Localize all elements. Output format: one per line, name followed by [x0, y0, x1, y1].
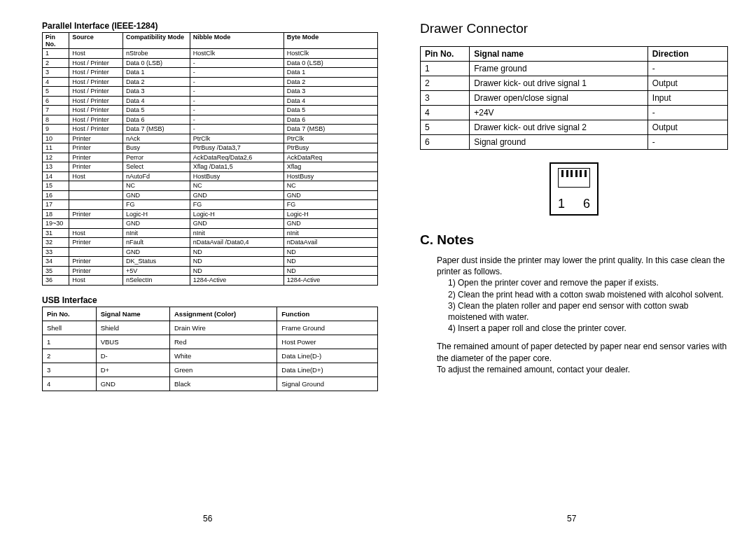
table-cell: nInit: [122, 228, 190, 238]
table-cell: Drawer kick- out drive signal 2: [470, 120, 648, 135]
table-cell: Printer: [69, 266, 123, 276]
table-cell: Signal ground: [470, 135, 648, 150]
column-header: Compatibility Mode: [122, 33, 190, 49]
table-row: 15NCNCNC: [43, 181, 378, 191]
table-row: 2Host / PrinterData 0 (LSB)-Data 0 (LSB): [43, 58, 378, 68]
table-cell: ND: [284, 266, 377, 276]
table-cell: Data 3: [284, 87, 377, 97]
table-cell: ND: [190, 247, 284, 257]
table-cell: GND: [122, 190, 190, 200]
table-cell: Data 6: [284, 115, 377, 125]
table-cell: 31: [43, 228, 69, 238]
drawer-connector-heading: Drawer Connector: [420, 21, 728, 36]
table-cell: Frame Ground: [277, 321, 378, 335]
table-cell: 18: [43, 209, 69, 219]
table-cell: Host: [69, 228, 123, 238]
notes-body: Paper dust inside the printer may lower …: [420, 255, 728, 375]
column-header: Pin No.: [43, 307, 97, 321]
table-row: 1HostnStrobeHostClkHostClk: [43, 49, 378, 59]
table-cell: Host / Printer: [69, 58, 123, 68]
table-cell: 3: [421, 91, 470, 106]
table-cell: Frame ground: [470, 62, 648, 76]
table-row: 10PrinternAckPtrClkPtrClk: [43, 134, 378, 143]
table-cell: ND: [190, 266, 284, 276]
table-cell: 9: [43, 125, 69, 134]
table-cell: Output: [648, 120, 727, 135]
table-cell: HostClk: [284, 49, 377, 59]
table-cell: HostBusy: [190, 171, 284, 181]
table-cell: -: [648, 62, 727, 76]
table-cell: 5: [421, 120, 470, 135]
table-cell: nFault: [122, 238, 190, 248]
notes-step: 1) Open the printer cover and remove the…: [448, 277, 728, 288]
table-cell: 34: [43, 257, 69, 267]
table-cell: nInit: [190, 228, 284, 238]
table-row: 6Host / PrinterData 4-Data 4: [43, 96, 378, 106]
rj-connector-diagram: 1 6: [550, 162, 598, 216]
table-row: 36HostnSelectIn1284-Active1284-Active: [43, 276, 378, 286]
table-row: 34PrinterDK_StatusNDND: [43, 257, 378, 267]
table-cell: 1: [43, 49, 69, 59]
table-cell: 3: [43, 68, 69, 78]
table-cell: [69, 247, 123, 257]
notes-step: 4) Insert a paper roll and close the pri…: [448, 323, 728, 334]
table-cell: Host Power: [277, 335, 378, 349]
table-cell: D+: [96, 363, 169, 377]
table-cell: Data 6: [122, 115, 190, 125]
table-cell: [69, 181, 123, 191]
usb-interface-title: USB Interface: [42, 295, 378, 305]
table-cell: Signal Ground: [277, 377, 378, 391]
table-row: 5Drawer kick- out drive signal 2Output: [421, 120, 728, 135]
table-row: 14HostnAutoFdHostBusyHostBusy: [43, 171, 378, 181]
table-cell: nDataAvail: [284, 238, 377, 248]
table-cell: Black: [170, 377, 277, 391]
table-cell: 2: [421, 76, 470, 91]
table-cell: Host / Printer: [69, 115, 123, 125]
table-cell: [69, 219, 123, 229]
table-cell: nInit: [284, 228, 377, 238]
table-row: ShellShieldDrain WireFrame Ground: [43, 321, 378, 335]
table-cell: 2: [43, 349, 97, 363]
table-cell: Logic-H: [122, 209, 190, 219]
table-cell: Data 4: [284, 96, 377, 106]
table-cell: GND: [284, 219, 377, 229]
table-cell: 4: [43, 77, 69, 87]
table-cell: AckDataReq/Data2,6: [190, 153, 284, 162]
table-cell: 10: [43, 134, 69, 143]
table-cell: FG: [284, 200, 377, 210]
table-row: 3Drawer open/close signalInput: [421, 91, 728, 106]
table-cell: Data 7 (MSB): [122, 125, 190, 134]
table-row: 9Host / PrinterData 7 (MSB)-Data 7 (MSB): [43, 125, 378, 134]
table-cell: Printer: [69, 153, 123, 162]
table-cell: nStrobe: [122, 49, 190, 59]
table-cell: Host / Printer: [69, 106, 123, 115]
table-cell: NC: [190, 181, 284, 191]
column-header: Byte Mode: [284, 33, 377, 49]
table-cell: Host: [69, 49, 123, 59]
table-cell: [69, 200, 123, 210]
usb-interface-table: Pin No.Signal NameAssignment (Color)Func…: [42, 307, 378, 391]
table-row: 18PrinterLogic-HLogic-HLogic-H: [43, 209, 378, 219]
table-row: 2D-WhiteData Line(D-): [43, 349, 378, 363]
table-cell: Data 3: [122, 87, 190, 97]
table-cell: 36: [43, 276, 69, 286]
table-cell: Shield: [96, 321, 169, 335]
table-cell: ND: [284, 247, 377, 257]
table-cell: 16: [43, 190, 69, 200]
table-cell: +24V: [470, 106, 648, 120]
column-header: Signal Name: [96, 307, 169, 321]
table-cell: Input: [648, 91, 727, 106]
table-cell: [69, 190, 123, 200]
table-cell: GND: [122, 247, 190, 257]
column-header: Signal name: [470, 47, 648, 62]
table-cell: Xflag /Data1,5: [190, 162, 284, 172]
table-cell: 14: [43, 171, 69, 181]
table-cell: White: [170, 349, 277, 363]
table-cell: 15: [43, 181, 69, 191]
table-row: 17FGFGFG: [43, 200, 378, 210]
table-cell: Host: [69, 171, 123, 181]
table-cell: GND: [96, 377, 169, 391]
table-cell: 19~30: [43, 219, 69, 229]
table-cell: Printer: [69, 257, 123, 267]
page-number-right: 57: [567, 514, 576, 524]
